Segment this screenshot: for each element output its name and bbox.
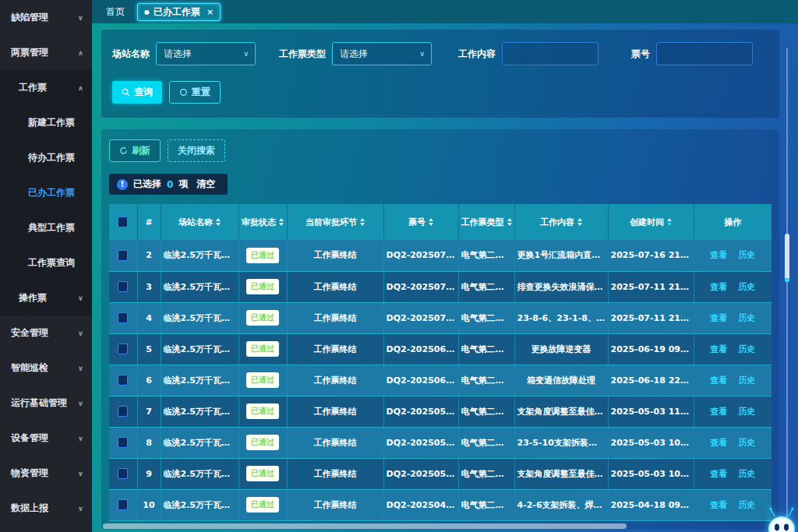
- work-content-cell: 更换故障逆变器: [514, 333, 608, 365]
- view-link[interactable]: 查看: [710, 500, 727, 510]
- sidebar-item[interactable]: 物资管理 ∨: [0, 456, 92, 491]
- reset-button[interactable]: 重置: [169, 81, 221, 104]
- status-badge: 已通过: [246, 372, 279, 388]
- chevron-down-icon: ∨: [419, 50, 425, 58]
- history-link[interactable]: 历史: [738, 469, 755, 479]
- station-name-cell: 临洮2.5万千瓦光伏电...: [161, 489, 238, 520]
- history-link[interactable]: 历史: [738, 313, 755, 323]
- sidebar-item[interactable]: 数据上报 ∨: [0, 491, 92, 526]
- work-content-cell: 更换1号汇流箱内直流断...: [514, 240, 608, 271]
- view-link[interactable]: 查看: [710, 407, 727, 417]
- work-content-cell: 23-5-10支架拆装、焊接...: [514, 427, 608, 458]
- sidebar-item[interactable]: 典型工作票: [0, 210, 92, 245]
- ticket-type-cell: 电气第二种工作票: [458, 427, 514, 458]
- column-header[interactable]: 工作票类型: [458, 204, 514, 240]
- column-header[interactable]: 票号: [383, 204, 458, 240]
- ticket-no-cell: DQ2-202506002: [383, 365, 458, 396]
- history-link[interactable]: 历史: [738, 344, 755, 354]
- column-header-label: 场站名称: [178, 217, 213, 228]
- view-link[interactable]: 查看: [710, 282, 727, 292]
- view-link[interactable]: 查看: [710, 375, 727, 386]
- column-header[interactable]: 创建时间: [608, 204, 694, 240]
- history-link[interactable]: 历史: [738, 407, 755, 417]
- app-window: 缺陷管理 ∨ 两票管理 ∧ 工作票 ∧ 新建工作票 待办工作票 已办工作票 典型…: [0, 0, 798, 532]
- sidebar-menu: 缺陷管理 ∨ 两票管理 ∧ 工作票 ∧ 新建工作票 待办工作票 已办工作票 典型…: [0, 0, 92, 526]
- ticket-type-cell: 电气第二种工作票: [458, 365, 514, 396]
- station-name-cell: 临洮2.5万千瓦光伏电...: [161, 396, 238, 427]
- filter-panel: 场站名称 请选择 ∨ 工作票类型 请选择 ∨ 工: [101, 30, 779, 118]
- row-checkbox[interactable]: [118, 312, 128, 323]
- select-all-checkbox[interactable]: [118, 217, 128, 227]
- chevron-down-icon: ∨: [243, 50, 249, 58]
- view-link[interactable]: 查看: [710, 313, 727, 323]
- sidebar-item[interactable]: 工作票查询: [0, 245, 92, 280]
- view-link[interactable]: 查看: [710, 250, 727, 260]
- table-header-row: #场站名称审批状态当前审批环节票号工作票类型工作内容创建时间操作: [109, 204, 772, 240]
- ticket-type-select[interactable]: 请选择 ∨: [332, 42, 432, 65]
- row-checkbox[interactable]: [118, 468, 128, 479]
- row-checkbox[interactable]: [118, 281, 128, 292]
- approval-step-cell: 工作票终结: [287, 333, 383, 365]
- tab-home[interactable]: 首页: [100, 2, 131, 22]
- view-link[interactable]: 查看: [710, 469, 727, 479]
- tab-done-work-tickets[interactable]: ● 已办工作票 ×: [137, 3, 221, 21]
- sidebar-item[interactable]: 待办工作票: [0, 140, 92, 175]
- sidebar-item[interactable]: 操作票 ∨: [0, 280, 92, 315]
- column-header: #: [137, 204, 161, 240]
- history-link[interactable]: 历史: [738, 250, 755, 260]
- sort-carets-icon: [577, 218, 582, 226]
- history-link[interactable]: 历史: [738, 500, 755, 510]
- reset-icon: [179, 88, 188, 97]
- station-name-select[interactable]: 请选择 ∨: [156, 42, 256, 65]
- row-checkbox[interactable]: [118, 499, 128, 510]
- sidebar-item[interactable]: 智能巡检 ∨: [0, 351, 92, 386]
- view-link[interactable]: 查看: [710, 344, 727, 354]
- approval-step-cell: 工作票终结: [287, 271, 383, 302]
- row-checkbox[interactable]: [118, 406, 128, 417]
- sidebar-item[interactable]: 设备管理 ∨: [0, 421, 92, 456]
- table-row: 5 临洮2.5万千瓦光伏电... 已通过 工作票终结 DQ2-202506005…: [109, 333, 772, 365]
- sidebar-item[interactable]: 安全管理 ∨: [0, 315, 92, 351]
- row-checkbox[interactable]: [118, 250, 128, 261]
- view-link[interactable]: 查看: [710, 438, 727, 448]
- sidebar-item[interactable]: 工作票 ∧: [0, 70, 92, 105]
- assistant-robot-icon[interactable]: [764, 507, 798, 532]
- row-checkbox[interactable]: [118, 437, 128, 448]
- work-content-input[interactable]: [502, 42, 598, 65]
- row-checkbox[interactable]: [118, 344, 128, 354]
- history-link[interactable]: 历史: [738, 438, 755, 448]
- selection-suffix: 项: [178, 178, 188, 191]
- sidebar-item[interactable]: 缺陷管理 ∨: [0, 0, 92, 35]
- refresh-button[interactable]: 刷新: [109, 139, 161, 162]
- query-button[interactable]: 查询: [112, 81, 162, 104]
- sidebar-item[interactable]: 已办工作票: [0, 175, 92, 210]
- sidebar-item[interactable]: 运行基础管理 ∨: [0, 386, 92, 421]
- table-body: 2 临洮2.5万千瓦光伏电... 已通过 工作票终结 DQ2-202507007…: [109, 240, 772, 520]
- station-name-cell: 临洮2.5万千瓦光伏电...: [161, 458, 238, 489]
- sidebar-item-label: 物资管理: [11, 467, 48, 480]
- column-header: 操作: [694, 204, 772, 240]
- clear-selection-button[interactable]: 清空: [196, 178, 215, 191]
- sidebar-item[interactable]: 新建工作票: [0, 105, 92, 140]
- column-header[interactable]: 场站名称: [161, 204, 238, 240]
- sidebar-item[interactable]: 两票管理 ∧: [0, 35, 92, 70]
- table-panel: 刷新 关闭搜索 ! 已选择 0 项 清空: [101, 129, 779, 529]
- column-header[interactable]: 工作内容: [514, 204, 608, 240]
- created-time-cell: 2025-06-18 22:40:36: [608, 365, 694, 396]
- history-link[interactable]: 历史: [738, 375, 755, 386]
- horizontal-scrollbar-thumb[interactable]: [103, 523, 627, 529]
- column-header[interactable]: 当前审批环节: [287, 204, 383, 240]
- column-header[interactable]: 审批状态: [238, 204, 287, 240]
- ticket-no-input[interactable]: [656, 42, 753, 65]
- sidebar-item-label: 设备管理: [11, 432, 48, 445]
- vertical-scrollbar-thumb[interactable]: [785, 234, 789, 282]
- sidebar-item-label: 缺陷管理: [11, 11, 48, 24]
- status-badge: 已通过: [246, 248, 279, 263]
- row-checkbox[interactable]: [118, 375, 128, 386]
- status-badge: 已通过: [246, 310, 279, 326]
- close-search-button[interactable]: 关闭搜索: [168, 139, 225, 162]
- close-icon[interactable]: ×: [207, 7, 214, 17]
- created-time-cell: 2025-04-18 09:04:06: [608, 489, 694, 520]
- history-link[interactable]: 历史: [738, 282, 755, 292]
- select-all-header[interactable]: [109, 204, 137, 240]
